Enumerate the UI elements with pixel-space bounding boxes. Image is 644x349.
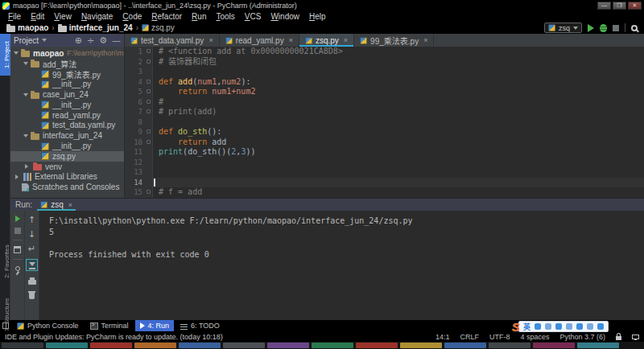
hide-panel-icon[interactable]: — xyxy=(112,36,121,45)
ime-language-indicator[interactable]: 英 xyxy=(523,322,530,332)
close-icon[interactable]: × xyxy=(423,36,427,44)
tree-expand-arrow-icon[interactable] xyxy=(23,93,28,99)
search-everywhere-icon[interactable] xyxy=(631,25,638,31)
tree-expand-arrow-icon[interactable] xyxy=(14,51,19,57)
menu-navigate[interactable]: Navigate xyxy=(76,11,118,22)
fold-marker-icon[interactable] xyxy=(147,60,151,64)
ime-tool-icon[interactable] xyxy=(545,323,551,330)
pin-tab-icon[interactable] xyxy=(15,266,20,271)
highlighting-level-icon[interactable] xyxy=(632,335,639,339)
print-icon[interactable] xyxy=(28,280,36,285)
editor-tab[interactable]: read_yaml.py× xyxy=(220,34,299,47)
breadcrumb-item[interactable]: interface_jun_24 xyxy=(58,23,133,32)
close-icon[interactable]: × xyxy=(344,36,348,44)
tree-item[interactable]: venv xyxy=(10,162,124,172)
restore-layout-icon[interactable] xyxy=(14,246,21,253)
fold-marker-icon[interactable] xyxy=(147,109,151,113)
fold-marker-icon[interactable] xyxy=(147,129,151,133)
fold-marker-icon[interactable] xyxy=(147,89,151,93)
editor-line[interactable]: 8 xyxy=(125,117,644,128)
close-icon[interactable]: × xyxy=(208,36,213,44)
status-message[interactable]: IDE and Plugin Updates: PyCharm is ready… xyxy=(5,333,432,341)
breadcrumb-item[interactable]: zsq.py xyxy=(142,23,175,32)
taskbar-app-button[interactable] xyxy=(134,343,176,348)
stop-button[interactable] xyxy=(613,25,619,31)
ime-tool-icon[interactable] xyxy=(587,323,593,330)
file-encoding[interactable]: UTF-8 xyxy=(489,333,510,341)
fold-marker-icon[interactable] xyxy=(147,80,151,84)
read-only-lock-icon[interactable] xyxy=(616,336,621,340)
menu-window[interactable]: Window xyxy=(266,11,304,22)
ime-tool-icon[interactable] xyxy=(576,323,583,330)
tree-item[interactable]: read_yaml.py xyxy=(10,110,124,121)
editor-line[interactable]: 15# f = add xyxy=(125,187,644,198)
editor-line[interactable]: 11print(do_sth()(2,3)) xyxy=(125,147,644,158)
fold-marker-icon[interactable] xyxy=(147,190,151,194)
close-icon[interactable]: × xyxy=(68,201,72,209)
indent-style[interactable]: 4 spaces xyxy=(520,333,549,341)
editor-line[interactable]: 4def add(num1,num2): xyxy=(125,77,644,88)
locate-file-icon[interactable]: ⊕ xyxy=(75,36,82,45)
editor-line[interactable]: 7# print(add) xyxy=(125,107,644,117)
stripe-project-tab[interactable]: 1: Project xyxy=(0,34,10,76)
clear-console-icon[interactable] xyxy=(29,293,35,299)
taskbar-app-button[interactable] xyxy=(46,343,88,348)
menu-refactor[interactable]: Refactor xyxy=(147,11,187,22)
minimize-button[interactable]: — xyxy=(597,2,611,10)
interpreter[interactable]: Python 3.7 (6) xyxy=(559,333,605,341)
menu-run[interactable]: Run xyxy=(187,11,211,22)
tree-item[interactable]: __init__.py xyxy=(10,100,124,110)
fold-marker-icon[interactable] xyxy=(147,100,151,104)
editor-line[interactable]: 5 return num1+num2 xyxy=(125,87,644,97)
taskbar-app-button[interactable] xyxy=(312,343,353,348)
menu-help[interactable]: Help xyxy=(304,11,331,22)
tree-item[interactable]: Scratches and Consoles xyxy=(10,182,124,192)
fold-marker-icon[interactable] xyxy=(147,49,151,53)
menu-code[interactable]: Code xyxy=(118,11,147,22)
code-editor[interactable]: 1# <function add at 0x00000000021CA8D8>2… xyxy=(125,47,644,198)
editor-line[interactable]: 2# 装饰器和闭包 xyxy=(125,57,644,68)
stop-process-button[interactable] xyxy=(14,228,21,234)
collapse-all-icon[interactable]: ÷ xyxy=(87,36,94,45)
run-button[interactable] xyxy=(588,24,594,32)
close-button[interactable]: ✕ xyxy=(628,2,642,10)
taskbar-app-button[interactable] xyxy=(2,343,43,348)
sogou-logo-icon[interactable]: S xyxy=(512,320,520,334)
editor-line[interactable]: 6# xyxy=(125,97,644,108)
menu-tools[interactable]: Tools xyxy=(211,11,239,22)
debug-button[interactable] xyxy=(600,24,607,32)
scroll-to-end-button[interactable] xyxy=(26,259,38,271)
toolwindow-4-run[interactable]: 4: Run xyxy=(135,320,175,331)
taskbar-app-button[interactable] xyxy=(444,343,486,348)
editor-line[interactable]: 9def do_sth(): xyxy=(125,127,644,138)
ime-tool-icon[interactable] xyxy=(597,323,604,330)
ime-tool-icon[interactable] xyxy=(535,323,541,330)
editor-line[interactable]: 1# <function add at 0x00000000021CA8D8> xyxy=(125,47,644,57)
stripe-favorites-tab[interactable]: 2: Favorites xyxy=(0,236,10,286)
up-stacktrace-icon[interactable]: ↑ xyxy=(28,216,35,224)
fold-marker-icon[interactable] xyxy=(147,140,151,144)
tree-collapse-arrow-icon[interactable] xyxy=(15,174,21,179)
toolwindow-terminal[interactable]: Terminal xyxy=(85,320,134,331)
console-output[interactable]: F:\install\python\python.exe F:/learn/py… xyxy=(39,211,644,320)
maximize-button[interactable]: ❐ xyxy=(613,2,626,10)
taskbar-app-button[interactable] xyxy=(533,343,575,348)
line-separator[interactable]: CRLF xyxy=(460,333,479,341)
ime-toolbar[interactable]: S 英 xyxy=(512,320,609,333)
menu-view[interactable]: View xyxy=(49,11,76,22)
editor-line[interactable]: 10 return add xyxy=(125,138,644,148)
tree-item[interactable]: __init__.py xyxy=(10,79,124,89)
taskbar-app-button[interactable] xyxy=(356,343,398,348)
tree-item[interactable]: zsq.py xyxy=(10,151,124,162)
taskbar-app-button[interactable] xyxy=(223,343,265,348)
editor-tab[interactable]: zsq.py× xyxy=(299,34,354,47)
taskbar-app-button[interactable] xyxy=(400,343,442,348)
taskbar-app-button[interactable] xyxy=(267,343,309,348)
editor-line[interactable]: 12 xyxy=(125,158,644,168)
run-tab[interactable]: zsq × xyxy=(37,199,76,211)
rerun-button[interactable] xyxy=(15,216,20,222)
breadcrumb-item[interactable]: maopao xyxy=(6,23,48,32)
tree-collapse-arrow-icon[interactable] xyxy=(25,164,31,169)
project-panel-title[interactable]: Project xyxy=(14,36,39,45)
tree-item[interactable]: 99_乘法表.py xyxy=(10,69,124,80)
